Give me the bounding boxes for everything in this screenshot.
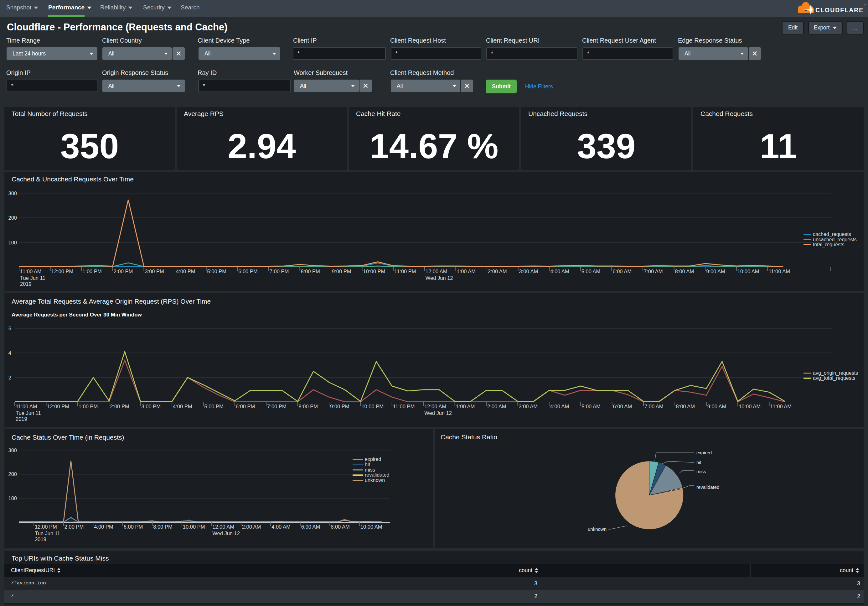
svg-text:Cached & Uncached Requests Ove: Cached & Uncached Requests Over Time [12, 176, 134, 183]
svg-text:12:00 PM: 12:00 PM [35, 524, 57, 530]
svg-text:expired: expired [365, 457, 381, 462]
svg-text:Average Requests per Second Ov: Average Requests per Second Over 30 Min … [12, 312, 142, 318]
svg-text:100: 100 [8, 240, 17, 246]
svg-text:2019: 2019 [16, 416, 27, 422]
svg-text:miss: miss [365, 467, 375, 472]
svg-text:6:00 PM: 6:00 PM [238, 269, 257, 274]
svg-text:11:00 AM: 11:00 AM [769, 269, 790, 274]
svg-text:8:00 PM: 8:00 PM [153, 524, 172, 530]
svg-text:9:00 PM: 9:00 PM [330, 404, 349, 409]
svg-text:1:00 AM: 1:00 AM [457, 269, 476, 274]
svg-text:100: 100 [8, 496, 17, 501]
svg-text:1:00 AM: 1:00 AM [456, 404, 475, 409]
svg-text:11:00 AM: 11:00 AM [16, 404, 37, 409]
svg-text:Tue Jun 11: Tue Jun 11 [16, 410, 41, 416]
svg-text:10:00 PM: 10:00 PM [361, 404, 384, 409]
svg-text:12:00 PM: 12:00 PM [47, 404, 69, 409]
svg-text:4:00 AM: 4:00 AM [550, 269, 569, 274]
svg-text:10:00 AM: 10:00 AM [360, 524, 382, 530]
svg-text:avg_total_requests: avg_total_requests [813, 375, 855, 381]
svg-text:7:00 PM: 7:00 PM [267, 404, 286, 409]
svg-text:2:00 PM: 2:00 PM [65, 524, 84, 530]
svg-text:6:00 AM: 6:00 AM [612, 269, 632, 274]
svg-text:200: 200 [8, 471, 17, 477]
svg-text:11:00 PM: 11:00 PM [394, 269, 416, 274]
svg-text:12:00 AM: 12:00 AM [426, 269, 448, 274]
svg-text:cached_requests: cached_requests [813, 232, 851, 237]
svg-text:2019: 2019 [35, 536, 46, 542]
svg-text:total_requests: total_requests [813, 242, 845, 247]
svg-text:4:00 AM: 4:00 AM [550, 404, 569, 409]
svg-text:Average Total Requests & Avera: Average Total Requests & Average Origin … [12, 298, 211, 305]
svg-text:8:00 PM: 8:00 PM [301, 269, 320, 274]
svg-text:2:00 AM: 2:00 AM [242, 524, 261, 530]
svg-text:11:00 AM: 11:00 AM [20, 269, 42, 274]
svg-text:uncached_requests: uncached_requests [813, 237, 857, 242]
svg-text:hit: hit [696, 460, 702, 465]
svg-text:10:00 PM: 10:00 PM [363, 269, 386, 274]
svg-text:12:00 AM: 12:00 AM [212, 524, 234, 530]
svg-text:Tue Jun 11: Tue Jun 11 [20, 275, 45, 281]
svg-text:3:00 AM: 3:00 AM [519, 404, 538, 409]
svg-text:5:00 AM: 5:00 AM [581, 404, 601, 409]
svg-text:Tue Jun 11: Tue Jun 11 [35, 530, 60, 536]
svg-text:9:00 PM: 9:00 PM [332, 269, 351, 274]
svg-text:2019: 2019 [20, 281, 32, 287]
svg-text:200: 200 [8, 215, 17, 221]
svg-text:8:00 AM: 8:00 AM [331, 524, 350, 530]
svg-text:5:00 PM: 5:00 PM [207, 269, 226, 274]
svg-text:2:00 PM: 2:00 PM [114, 269, 133, 274]
svg-text:9:00 AM: 9:00 AM [706, 269, 725, 274]
svg-text:6:00 PM: 6:00 PM [236, 404, 255, 409]
svg-text:2:00 AM: 2:00 AM [488, 269, 507, 274]
svg-text:12:00 AM: 12:00 AM [424, 404, 446, 409]
svg-text:10:00 AM: 10:00 AM [738, 269, 760, 274]
svg-text:5:00 AM: 5:00 AM [581, 269, 601, 274]
svg-text:5:00 PM: 5:00 PM [204, 404, 223, 409]
svg-text:2:00 AM: 2:00 AM [487, 404, 506, 409]
svg-text:Cache Status Ratio: Cache Status Ratio [440, 434, 497, 441]
svg-text:1:00 PM: 1:00 PM [82, 269, 101, 274]
svg-text:Wed Jun 12: Wed Jun 12 [426, 275, 453, 281]
svg-text:3:00 PM: 3:00 PM [141, 404, 161, 409]
svg-text:Wed Jun 12: Wed Jun 12 [424, 410, 452, 416]
svg-text:3:00 PM: 3:00 PM [145, 269, 164, 274]
svg-text:6:00 AM: 6:00 AM [301, 524, 320, 530]
svg-text:4:00 PM: 4:00 PM [173, 404, 192, 409]
svg-text:8:00 AM: 8:00 AM [675, 269, 694, 274]
svg-text:7:00 AM: 7:00 AM [644, 269, 663, 274]
svg-text:9:00 AM: 9:00 AM [707, 404, 727, 409]
svg-text:2: 2 [8, 375, 11, 381]
svg-text:8:00 PM: 8:00 PM [299, 404, 318, 409]
svg-text:unknown: unknown [365, 477, 385, 483]
svg-text:6: 6 [8, 326, 11, 331]
svg-text:CLOUDFLARE: CLOUDFLARE [815, 6, 863, 14]
svg-text:unknown: unknown [588, 527, 606, 532]
svg-text:10:00 PM: 10:00 PM [183, 524, 205, 530]
svg-text:revalidated: revalidated [696, 485, 719, 490]
svg-text:miss: miss [696, 469, 706, 474]
svg-text:4:00 PM: 4:00 PM [176, 269, 195, 274]
svg-text:11:00 PM: 11:00 PM [393, 404, 415, 409]
svg-text:7:00 PM: 7:00 PM [270, 269, 289, 274]
svg-text:hit: hit [365, 462, 370, 467]
svg-text:expired: expired [696, 450, 712, 455]
svg-text:8:00 AM: 8:00 AM [676, 404, 695, 409]
svg-text:4: 4 [8, 350, 11, 356]
svg-text:10:00 AM: 10:00 AM [739, 404, 761, 409]
svg-text:11:00 AM: 11:00 AM [770, 404, 792, 409]
svg-text:6:00 PM: 6:00 PM [124, 524, 143, 530]
svg-text:3:00 AM: 3:00 AM [519, 269, 538, 274]
svg-text:7:00 AM: 7:00 AM [645, 404, 663, 409]
svg-text:1:00 PM: 1:00 PM [79, 404, 98, 409]
svg-text:2:00 PM: 2:00 PM [110, 404, 129, 409]
svg-text:12:00 PM: 12:00 PM [51, 269, 74, 274]
svg-text:4:00 AM: 4:00 AM [271, 524, 291, 530]
svg-text:Cache Status Over Time (in Req: Cache Status Over Time (in Requests) [12, 434, 124, 441]
svg-text:300: 300 [8, 191, 17, 196]
svg-text:Wed Jun 12: Wed Jun 12 [212, 530, 240, 536]
svg-text:6:00 AM: 6:00 AM [613, 404, 632, 409]
svg-text:revalidated: revalidated [365, 472, 389, 477]
svg-text:300: 300 [8, 448, 17, 453]
svg-text:4:00 PM: 4:00 PM [94, 524, 113, 530]
